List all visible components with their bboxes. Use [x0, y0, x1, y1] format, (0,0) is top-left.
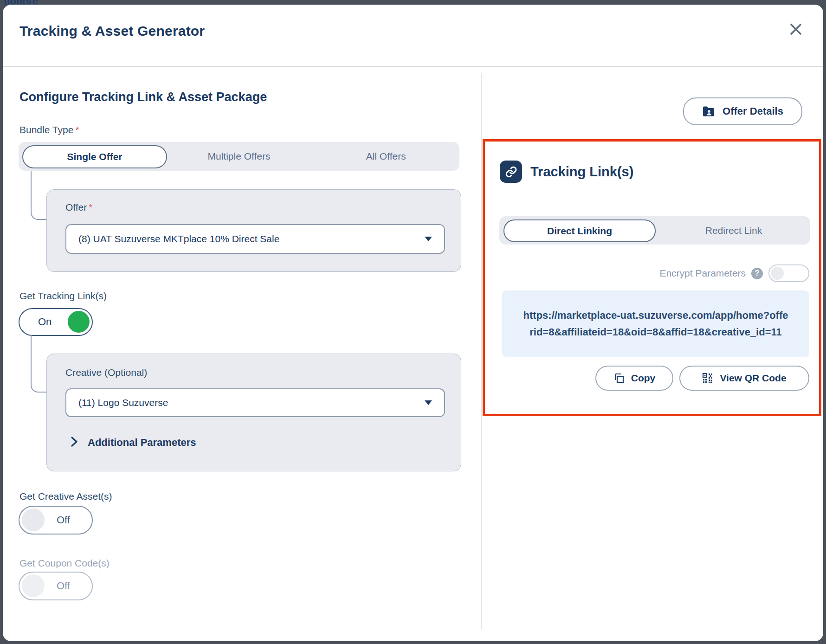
tab-all-offers[interactable]: All Offers — [312, 151, 459, 162]
encrypt-parameters-toggle[interactable] — [768, 264, 809, 282]
view-qr-code-label: View QR Code — [720, 373, 786, 384]
creative-label: Creative (Optional) — [65, 367, 147, 378]
get-creative-assets-toggle[interactable]: Off — [19, 506, 93, 535]
creative-card: Creative (Optional) (11) Logo Suzuverse … — [46, 354, 461, 471]
tracking-links-header: Tracking Link(s) — [500, 161, 633, 183]
copy-icon — [613, 373, 625, 384]
connector-toggle-to-creative — [31, 335, 48, 393]
bundle-type-label: Bundle Type* — [19, 124, 79, 135]
offer-label: Offer* — [65, 202, 92, 213]
link-icon — [500, 161, 522, 183]
tracking-url-line-1: https://marketplace-uat.suzuverse.com/ap… — [523, 308, 788, 323]
get-creative-assets-label: Get Creative Asset(s) — [19, 491, 112, 502]
tracking-url-line-2: rid=8&affiliateid=18&oid=8&affid=18&crea… — [529, 325, 782, 340]
required-asterisk: * — [89, 202, 92, 213]
tracking-url-box[interactable]: https://marketplace-uat.suzuverse.com/ap… — [502, 290, 809, 357]
folder-user-icon — [702, 106, 715, 117]
toggle-knob-on — [68, 311, 90, 333]
toggle-state-label: Off — [57, 580, 70, 592]
additional-parameters-expander[interactable]: Additional Parameters — [69, 436, 196, 450]
toggle-state-label: Off — [57, 514, 70, 526]
offer-select[interactable]: (8) UAT Suzuverse MKTplace 10% Direct Sa… — [65, 224, 445, 254]
toggle-knob-off — [22, 574, 45, 597]
toggle-state-label: On — [38, 316, 52, 328]
copy-button[interactable]: Copy — [595, 366, 673, 391]
encrypt-parameters-label: Encrypt Parameters — [659, 268, 746, 279]
creative-select[interactable]: (11) Logo Suzuverse — [65, 388, 445, 417]
tab-redirect-link[interactable]: Redirect Link — [657, 225, 810, 236]
bundle-type-segmented-control: Multiple Offers All Offers Single Offer — [19, 142, 459, 171]
required-asterisk: * — [75, 124, 79, 135]
offer-select-value: (8) UAT Suzuverse MKTplace 10% Direct Sa… — [78, 233, 425, 245]
get-tracking-links-toggle[interactable]: On — [19, 308, 93, 336]
view-qr-code-button[interactable]: View QR Code — [679, 366, 809, 391]
tab-direct-linking[interactable]: Direct Linking — [503, 219, 656, 242]
bundle-type-label-text: Bundle Type — [19, 124, 73, 135]
tab-single-offer[interactable]: Single Offer — [22, 145, 167, 168]
chevron-down-icon — [425, 237, 432, 241]
connector-bundle-to-offer — [31, 171, 48, 220]
tracking-asset-generator-modal: Tracking & Asset Generator Configure Tra… — [3, 5, 823, 641]
header-divider — [3, 66, 823, 67]
encrypt-parameters-row: Encrypt Parameters ? — [499, 264, 809, 283]
offer-details-label: Offer Details — [723, 105, 783, 117]
help-icon[interactable]: ? — [751, 268, 763, 279]
additional-parameters-label: Additional Parameters — [88, 437, 196, 449]
column-divider — [481, 73, 482, 630]
copy-label: Copy — [631, 373, 656, 384]
creative-select-value: (11) Logo Suzuverse — [78, 397, 425, 408]
get-coupon-codes-label: Get Coupon Code(s) — [19, 558, 110, 569]
offer-card: Offer* (8) UAT Suzuverse MKTplace 10% Di… — [46, 189, 461, 272]
section-heading: Configure Tracking Link & Asset Package — [19, 90, 267, 104]
tab-multiple-offers[interactable]: Multiple Offers — [166, 151, 313, 162]
chevron-down-icon — [425, 400, 432, 405]
qr-code-icon — [702, 373, 713, 384]
toggle-knob-off — [22, 509, 45, 531]
page-title: Tracking & Asset Generator — [19, 23, 205, 39]
get-coupon-codes-toggle[interactable]: Off — [19, 572, 93, 600]
offer-label-text: Offer — [65, 202, 87, 213]
tracking-link-tabs: Direct Linking Redirect Link — [499, 216, 810, 245]
screen: tion(s): Tracking & Asset Generator Conf… — [0, 0, 826, 644]
offer-details-button[interactable]: Offer Details — [683, 97, 802, 125]
close-button[interactable] — [787, 21, 805, 39]
tracking-links-title: Tracking Link(s) — [530, 164, 633, 180]
close-icon — [787, 21, 804, 39]
get-tracking-links-label: Get Tracking Link(s) — [19, 290, 107, 302]
chevron-right-icon — [69, 436, 79, 450]
toggle-knob-off — [771, 267, 784, 280]
